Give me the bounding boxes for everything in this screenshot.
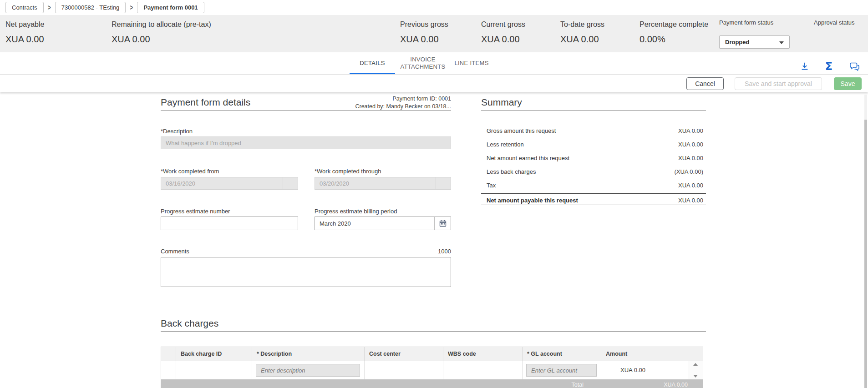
breadcrumb-item-contract[interactable]: 7300000582 - TEsting (55, 2, 126, 13)
work-completed-from-input: 03/16/2020 (161, 177, 298, 190)
summary-value: (XUA 0.00) (674, 168, 703, 175)
column-header-back-charge-id: Back charge ID (176, 347, 252, 361)
description-cell-input[interactable] (256, 364, 360, 377)
gl-account-cell-input[interactable] (526, 364, 597, 377)
column-header-spacer (673, 347, 688, 361)
metric-value: XUA 0.00 (5, 34, 44, 45)
calendar-button (436, 177, 451, 189)
cost-center-cell[interactable] (365, 361, 443, 379)
column-header-scrollbar (688, 347, 703, 361)
row-spacer-cell (673, 361, 688, 379)
save-button[interactable]: Save (834, 77, 862, 90)
tab-details[interactable]: DETAILS (350, 52, 395, 74)
calendar-icon[interactable] (434, 217, 451, 230)
page-scrollbar[interactable] (864, 95, 867, 388)
section-title: Back charges (161, 318, 218, 329)
approval-status-label: Approval status (814, 19, 855, 26)
back-charges-table: Back charge ID * Description Cost center… (161, 347, 703, 388)
summary-value: XUA 0.00 (678, 127, 703, 134)
metric-value: XUA 0.00 (560, 34, 599, 45)
scroll-up-icon[interactable] (693, 363, 698, 366)
chevron-down-icon (779, 41, 784, 44)
scroll-down-icon[interactable] (693, 375, 698, 378)
chat-icon[interactable] (848, 60, 860, 72)
page-scrollbar-thumb[interactable] (864, 120, 867, 388)
save-and-start-approval-button[interactable]: Save and start approval (735, 77, 822, 90)
payment-form-status-select[interactable]: Dropped (719, 35, 790, 49)
metric-value: XUA 0.00 (400, 34, 439, 45)
summary-value: XUA 0.00 (678, 155, 703, 161)
summary-label: Tax (487, 182, 496, 189)
grid-scrollbar[interactable] (688, 361, 703, 379)
section-title: Payment form details (161, 97, 250, 108)
active-tab-indicator (350, 73, 395, 74)
summary-total-row: Net amount payable this request XUA 0.00 (481, 193, 706, 205)
amount-cell[interactable]: XUA 0.00 (601, 361, 673, 379)
back-charge-id-cell[interactable] (176, 361, 252, 379)
status-bar: Net payable XUA 0.00 Remaining to alloca… (0, 15, 868, 52)
sigma-icon[interactable]: Σ (823, 60, 835, 72)
section-title: Summary (481, 97, 522, 108)
progress-estimate-billing-period-input[interactable]: March 2020 (315, 217, 451, 230)
tab-invoice-attachments[interactable]: INVOICE ATTACHMENTS (397, 52, 448, 74)
work-completed-through-input: 03/20/2020 (315, 177, 451, 190)
metric-label: Previous gross (400, 20, 448, 29)
summary-row: Less back charges (XUA 0.00) (481, 168, 706, 176)
payment-form-meta: Payment form ID: 0001 Created by: Mandy … (355, 95, 451, 111)
back-charges-header-row: Back charge ID * Description Cost center… (161, 347, 703, 361)
payment-form-status-value: Dropped (725, 39, 749, 45)
summary-row: Net amount earned this request XUA 0.00 (481, 154, 706, 162)
description-label: *Description (161, 128, 193, 135)
summary-total-label: Net amount payable this request (487, 197, 578, 204)
summary-section: Summary (481, 95, 706, 111)
column-header-cost-center: Cost center (365, 347, 443, 361)
payment-form-details-section: Payment form details Payment form ID: 00… (161, 95, 451, 111)
wbs-code-cell[interactable] (443, 361, 523, 379)
metric-label: Remaining to allocate (pre-tax) (112, 20, 211, 29)
summary-value: XUA 0.00 (678, 182, 703, 189)
total-value: XUA 0.00 (664, 382, 688, 388)
payment-form-id: Payment form ID: 0001 (355, 95, 451, 103)
summary-label: Less retention (487, 141, 524, 148)
summary-row: Gross amount this request XUA 0.00 (481, 127, 706, 135)
metric-value: XUA 0.00 (481, 34, 520, 45)
date-value: 03/16/2020 (161, 177, 283, 189)
summary-row: Less retention XUA 0.00 (481, 141, 706, 149)
breadcrumb-item-payment-form: Payment form 0001 (137, 2, 204, 13)
description-cell (252, 361, 365, 379)
description-input (161, 136, 451, 149)
comments-textarea[interactable] (161, 257, 451, 287)
progress-estimate-number-label: Progress estimate number (161, 208, 230, 215)
summary-total-value: XUA 0.00 (678, 197, 703, 204)
summary-label: Net amount earned this request (487, 155, 569, 161)
metric-label: Current gross (481, 20, 525, 29)
created-by: Created by: Mandy Becker on 03/18... (355, 103, 451, 111)
progress-estimate-number-input[interactable] (161, 217, 298, 230)
gl-account-cell (523, 361, 601, 379)
work-completed-from-label: *Work completed from (161, 168, 219, 175)
tab-line-items[interactable]: LINE ITEMS (451, 52, 492, 74)
column-header-row-handle (161, 347, 176, 361)
summary-row: Tax XUA 0.00 (481, 181, 706, 190)
column-header-description: * Description (252, 347, 365, 361)
details-tab-content: Payment form details Payment form ID: 00… (0, 92, 868, 388)
back-charges-section: Back charges (161, 317, 706, 332)
payment-form-page: Contracts > 7300000582 - TEsting > Payme… (0, 0, 868, 388)
metric-label: Percentage complete (640, 20, 708, 29)
action-bar: Cancel Save and start approval Save (0, 75, 868, 92)
back-charges-total-row: Total XUA 0.00 (161, 379, 703, 388)
column-header-gl-account: * GL account (523, 347, 601, 361)
download-icon[interactable] (799, 60, 811, 72)
metric-label: To-date gross (560, 20, 604, 29)
billing-period-value: March 2020 (315, 217, 434, 230)
metric-value: 0.00% (640, 34, 665, 45)
summary-label: Gross amount this request (487, 127, 556, 134)
payment-form-status-label: Payment form status (719, 19, 773, 26)
breadcrumb-item-contracts[interactable]: Contracts (5, 2, 44, 13)
row-handle-cell[interactable] (161, 361, 176, 379)
cancel-button[interactable]: Cancel (686, 77, 724, 90)
column-header-amount: Amount (601, 347, 673, 361)
date-value: 03/20/2020 (315, 177, 436, 189)
metric-value: XUA 0.00 (112, 34, 150, 45)
amount-value: XUA 0.00 (620, 367, 645, 373)
